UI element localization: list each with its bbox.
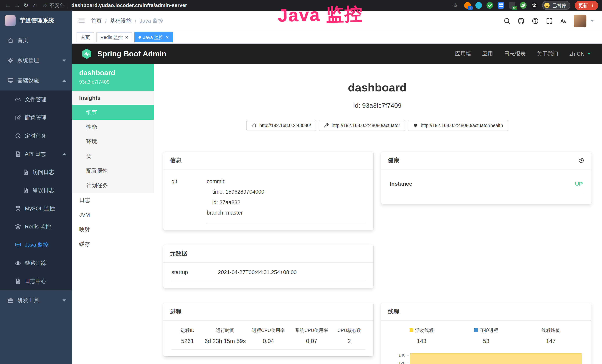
sba-item-scheduled[interactable]: 计划任务 — [72, 178, 154, 193]
service-url-link[interactable]: http://192.168.0.2:48080/ — [247, 120, 316, 131]
instance-id: 93a3fc7f7409 — [79, 79, 147, 85]
tick-mark — [407, 363, 409, 363]
sba-logo-icon — [81, 48, 93, 60]
metadata-row: startup 2021-04-27T00:44:31.254+08:00 — [172, 269, 365, 281]
security-indicator[interactable]: ⚠ 不安全 — [43, 2, 64, 9]
chevron-down-icon — [63, 60, 66, 62]
search-icon[interactable] — [503, 17, 511, 25]
live-threads-area — [410, 353, 582, 364]
admin-menu: 首页 系统管理 基础设施 文件管理 — [0, 30, 72, 310]
chevron-down-icon — [587, 53, 591, 55]
card-title: 元数据 — [170, 250, 187, 257]
sidebar-item-label: 错误日志 — [33, 187, 54, 194]
sba-nav: 应用墙 应用 日志报表 关于我们 zh-CN — [455, 50, 591, 57]
sba-item-performance[interactable]: 性能 — [72, 120, 154, 134]
tick-mark — [407, 355, 409, 355]
fullscreen-icon[interactable] — [546, 17, 553, 25]
warning-icon: ⚠ — [43, 2, 47, 8]
legend-label: 线程峰值 — [542, 327, 560, 333]
sidebar-item-label: Java 监控 — [25, 241, 48, 249]
sba-item-jvm[interactable]: JVM — [72, 207, 154, 222]
edit-icon — [15, 115, 21, 121]
breadcrumb-infra[interactable]: 基础设施 — [110, 17, 131, 25]
extension-check-icon[interactable] — [486, 2, 493, 9]
sba-brand[interactable]: Spring Boot Admin — [81, 48, 166, 60]
sidebar-toggle-icon[interactable] — [78, 17, 86, 25]
sidebar-item-log-center[interactable]: 日志中心 — [0, 272, 72, 290]
browser-home-icon[interactable]: ⌂ — [30, 2, 39, 9]
github-icon[interactable] — [517, 17, 525, 25]
extension-orange-icon[interactable]: 1 — [464, 2, 471, 9]
update-button[interactable]: 更新 ⋮ — [575, 1, 598, 10]
close-icon[interactable]: × — [166, 34, 169, 40]
sidebar-item-java[interactable]: Java 监控 — [0, 236, 72, 254]
spring-boot-admin-frame: Spring Boot Admin 应用墙 应用 日志报表 关于我们 zh-CN — [72, 44, 602, 364]
sidebar-item-error-log[interactable]: 错误日志 — [0, 181, 72, 200]
sidebar-item-config[interactable]: 配置管理 — [0, 109, 72, 127]
nav-about[interactable]: 关于我们 — [537, 50, 558, 57]
insights-group: Insights 细节 性能 环境 类 配置属性 计划任务 — [72, 91, 154, 193]
sidebar-item-infra[interactable]: 基础设施 — [0, 70, 72, 90]
bookmark-star-icon[interactable]: ☆ — [451, 2, 460, 9]
card-title: 进程 — [170, 308, 182, 315]
sba-item-env[interactable]: 环境 — [72, 134, 154, 149]
extension-paw-icon[interactable] — [531, 2, 538, 9]
sba-item-config-props[interactable]: 配置属性 — [72, 163, 154, 178]
url-text[interactable]: dashboard.yudao.iocoder.cn/infra/admin-s… — [71, 3, 187, 8]
column-header: 进程CPU使用率 — [247, 327, 290, 333]
sba-item-caches[interactable]: 缓存 — [72, 237, 154, 251]
breadcrumb-home[interactable]: 首页 — [91, 17, 102, 25]
nav-wallboard[interactable]: 应用墙 — [455, 50, 471, 57]
reload-icon[interactable]: ↻ — [22, 2, 30, 9]
forward-icon[interactable]: → — [13, 2, 22, 9]
sba-item-mappings[interactable]: 映射 — [72, 222, 154, 237]
extension-switch-icon[interactable]: on — [509, 2, 516, 9]
sidebar-item-label: 首页 — [17, 37, 28, 44]
sidebar-item-mysql[interactable]: MySQL 监控 — [0, 200, 72, 218]
help-icon[interactable] — [532, 17, 539, 25]
nav-journal[interactable]: 日志报表 — [504, 50, 526, 57]
profile-chip[interactable]: 已暂停 — [542, 1, 570, 10]
sba-item-details[interactable]: 细节 — [72, 105, 154, 120]
sidebar-item-redis[interactable]: Redis 监控 — [0, 218, 72, 236]
history-icon[interactable] — [578, 157, 585, 164]
font-size-icon[interactable] — [560, 17, 567, 25]
sidebar-item-label: 定时任务 — [25, 132, 46, 140]
locale-selector[interactable]: zh-CN — [569, 51, 591, 57]
sidebar-item-trace[interactable]: 链路追踪 — [0, 254, 72, 272]
tab-home[interactable]: 首页 — [76, 32, 94, 42]
logo-image — [5, 15, 16, 26]
sidebar-item-access-log[interactable]: 访问日志 — [0, 163, 72, 181]
close-icon[interactable]: × — [125, 34, 128, 40]
sidebar-item-file[interactable]: 文件管理 — [0, 90, 72, 109]
sidebar-item-label: 链路追踪 — [25, 259, 46, 267]
admin-sidebar: 芋道管理系统 首页 系统管理 基础设施 — [0, 11, 72, 364]
extension-leaf-icon[interactable] — [520, 2, 527, 9]
sidebar-item-api-log[interactable]: API 日志 — [0, 145, 72, 163]
health-url-link[interactable]: http://192.168.0.2:48080/actuator/health — [408, 120, 508, 131]
extension-drop-icon[interactable] — [475, 2, 482, 9]
health-instance-row: Instance UP — [389, 178, 583, 193]
sba-sidebar: dashboard 93a3fc7f7409 Insights 细节 性能 环境… — [72, 64, 154, 364]
sidebar-item-job[interactable]: 定时任务 — [0, 127, 72, 145]
sba-item-classes[interactable]: 类 — [72, 149, 154, 163]
tab-label: Redis 监控 — [100, 34, 123, 40]
cell-value: 6d 23h 15m 59s — [204, 338, 247, 344]
user-avatar[interactable] — [574, 15, 586, 27]
tab-redis[interactable]: Redis 监控 × — [96, 32, 132, 42]
locale-label: zh-CN — [569, 51, 585, 57]
layers-icon — [15, 224, 21, 230]
instance-header[interactable]: dashboard 93a3fc7f7409 — [72, 64, 154, 91]
sidebar-item-dev-tools[interactable]: 研发工具 — [0, 290, 72, 310]
app-logo[interactable]: 芋道管理系统 — [0, 11, 72, 30]
sidebar-item-home[interactable]: 首页 — [0, 30, 72, 50]
cloud-icon — [15, 96, 21, 103]
browser-menu-icon[interactable]: ⋮ — [590, 3, 595, 8]
nav-applications[interactable]: 应用 — [482, 50, 493, 57]
sidebar-item-system[interactable]: 系统管理 — [0, 50, 72, 70]
back-icon[interactable]: ← — [4, 2, 13, 9]
extension-grid-icon[interactable] — [498, 2, 504, 9]
sba-item-logs[interactable]: 日志 — [72, 193, 154, 207]
tab-java[interactable]: Java 监控 × — [134, 32, 173, 42]
actuator-url-link[interactable]: http://192.168.0.2:48080/actuator — [319, 120, 405, 131]
